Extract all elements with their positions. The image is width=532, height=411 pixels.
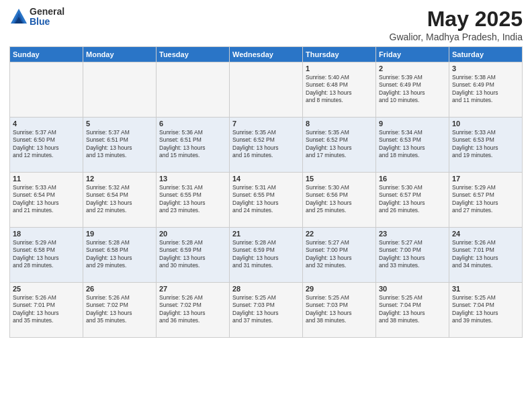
calendar-cell: 19Sunrise: 5:28 AM Sunset: 6:58 PM Dayli… [83,228,157,283]
weekday-header: Sunday [10,47,83,62]
day-info: Sunrise: 5:28 AM Sunset: 6:59 PM Dayligh… [159,239,226,270]
day-number: 18 [13,230,80,238]
calendar-cell: 5Sunrise: 5:37 AM Sunset: 6:51 PM Daylig… [83,118,157,173]
calendar-cell: 27Sunrise: 5:26 AM Sunset: 7:02 PM Dayli… [157,283,230,338]
day-info: Sunrise: 5:27 AM Sunset: 7:00 PM Dayligh… [306,239,373,270]
day-number: 4 [13,120,80,128]
day-number: 30 [379,285,446,293]
weekday-header: Monday [83,47,157,62]
day-number: 28 [232,285,300,293]
day-info: Sunrise: 5:30 AM Sunset: 6:57 PM Dayligh… [379,184,446,215]
day-number: 15 [306,175,373,183]
day-info: Sunrise: 5:29 AM Sunset: 6:57 PM Dayligh… [452,184,519,215]
day-info: Sunrise: 5:32 AM Sunset: 6:54 PM Dayligh… [86,184,153,215]
day-number: 12 [86,175,153,183]
day-info: Sunrise: 5:33 AM Sunset: 6:53 PM Dayligh… [452,129,519,160]
day-number: 21 [232,230,300,238]
calendar-week-row: 11Sunrise: 5:33 AM Sunset: 6:54 PM Dayli… [10,173,523,228]
day-number: 14 [232,175,300,183]
day-number: 26 [86,285,153,293]
day-number: 16 [379,175,446,183]
day-info: Sunrise: 5:25 AM Sunset: 7:03 PM Dayligh… [306,294,373,325]
calendar-cell: 7Sunrise: 5:35 AM Sunset: 6:52 PM Daylig… [230,118,303,173]
day-number: 19 [86,230,153,238]
logo-text: General Blue [30,7,64,28]
calendar-week-row: 4Sunrise: 5:37 AM Sunset: 6:50 PM Daylig… [10,118,523,173]
day-info: Sunrise: 5:31 AM Sunset: 6:55 PM Dayligh… [159,184,226,215]
day-info: Sunrise: 5:35 AM Sunset: 6:52 PM Dayligh… [232,129,300,160]
calendar-cell: 6Sunrise: 5:36 AM Sunset: 6:51 PM Daylig… [157,118,230,173]
day-info: Sunrise: 5:33 AM Sunset: 6:54 PM Dayligh… [13,184,80,215]
calendar-cell: 26Sunrise: 5:26 AM Sunset: 7:02 PM Dayli… [83,283,157,338]
calendar-cell [10,62,83,118]
calendar-cell: 18Sunrise: 5:29 AM Sunset: 6:58 PM Dayli… [10,228,83,283]
day-number: 11 [13,175,80,183]
calendar-cell: 3Sunrise: 5:38 AM Sunset: 6:49 PM Daylig… [449,62,523,118]
calendar-cell [157,62,230,118]
calendar-cell: 9Sunrise: 5:34 AM Sunset: 6:53 PM Daylig… [376,118,449,173]
calendar-cell: 20Sunrise: 5:28 AM Sunset: 6:59 PM Dayli… [157,228,230,283]
day-number: 22 [306,230,373,238]
day-number: 25 [13,285,80,293]
calendar-cell: 1Sunrise: 5:40 AM Sunset: 6:48 PM Daylig… [303,62,376,118]
day-number: 2 [379,64,446,73]
calendar-cell: 23Sunrise: 5:27 AM Sunset: 7:00 PM Dayli… [376,228,449,283]
day-number: 9 [379,120,446,128]
day-info: Sunrise: 5:26 AM Sunset: 7:01 PM Dayligh… [13,294,80,325]
day-info: Sunrise: 5:38 AM Sunset: 6:49 PM Dayligh… [452,74,519,105]
calendar-week-row: 1Sunrise: 5:40 AM Sunset: 6:48 PM Daylig… [10,62,523,118]
calendar-cell: 24Sunrise: 5:26 AM Sunset: 7:01 PM Dayli… [449,228,523,283]
day-info: Sunrise: 5:25 AM Sunset: 7:03 PM Dayligh… [232,294,300,325]
calendar-cell: 10Sunrise: 5:33 AM Sunset: 6:53 PM Dayli… [449,118,523,173]
calendar-table: SundayMondayTuesdayWednesdayThursdayFrid… [9,46,523,338]
logo-blue: Blue [30,17,64,27]
day-number: 5 [86,120,153,128]
day-info: Sunrise: 5:28 AM Sunset: 6:58 PM Dayligh… [86,239,153,270]
day-info: Sunrise: 5:26 AM Sunset: 7:01 PM Dayligh… [452,239,519,270]
calendar-cell: 15Sunrise: 5:30 AM Sunset: 6:56 PM Dayli… [303,173,376,228]
calendar-cell: 4Sunrise: 5:37 AM Sunset: 6:50 PM Daylig… [10,118,83,173]
day-number: 8 [306,120,373,128]
calendar-cell: 8Sunrise: 5:35 AM Sunset: 6:52 PM Daylig… [303,118,376,173]
calendar-cell [83,62,157,118]
header: General Blue May 2025 Gwalior, Madhya Pr… [9,7,523,42]
day-number: 7 [232,120,300,128]
calendar-cell: 11Sunrise: 5:33 AM Sunset: 6:54 PM Dayli… [10,173,83,228]
logo: General Blue [9,7,64,28]
day-info: Sunrise: 5:25 AM Sunset: 7:04 PM Dayligh… [452,294,519,325]
calendar-cell: 29Sunrise: 5:25 AM Sunset: 7:03 PM Dayli… [303,283,376,338]
day-number: 27 [159,285,226,293]
weekday-header: Thursday [303,47,376,62]
calendar-cell: 16Sunrise: 5:30 AM Sunset: 6:57 PM Dayli… [376,173,449,228]
day-info: Sunrise: 5:37 AM Sunset: 6:51 PM Dayligh… [86,129,153,160]
calendar-cell [230,62,303,118]
calendar-cell: 31Sunrise: 5:25 AM Sunset: 7:04 PM Dayli… [449,283,523,338]
logo-icon [9,7,28,26]
day-number: 20 [159,230,226,238]
day-number: 6 [159,120,226,128]
main-title: May 2025 [390,7,523,32]
calendar-cell: 14Sunrise: 5:31 AM Sunset: 6:55 PM Dayli… [230,173,303,228]
day-number: 13 [159,175,226,183]
day-info: Sunrise: 5:37 AM Sunset: 6:50 PM Dayligh… [13,129,80,160]
day-info: Sunrise: 5:34 AM Sunset: 6:53 PM Dayligh… [379,129,446,160]
day-number: 29 [306,285,373,293]
day-info: Sunrise: 5:27 AM Sunset: 7:00 PM Dayligh… [379,239,446,270]
day-info: Sunrise: 5:39 AM Sunset: 6:49 PM Dayligh… [379,74,446,105]
calendar-cell: 22Sunrise: 5:27 AM Sunset: 7:00 PM Dayli… [303,228,376,283]
calendar-cell: 12Sunrise: 5:32 AM Sunset: 6:54 PM Dayli… [83,173,157,228]
calendar-cell: 2Sunrise: 5:39 AM Sunset: 6:49 PM Daylig… [376,62,449,118]
day-number: 31 [452,285,519,293]
calendar-week-row: 25Sunrise: 5:26 AM Sunset: 7:01 PM Dayli… [10,283,523,338]
day-info: Sunrise: 5:36 AM Sunset: 6:51 PM Dayligh… [159,129,226,160]
day-info: Sunrise: 5:30 AM Sunset: 6:56 PM Dayligh… [306,184,373,215]
weekday-header: Saturday [449,47,523,62]
calendar-week-row: 18Sunrise: 5:29 AM Sunset: 6:58 PM Dayli… [10,228,523,283]
title-block: May 2025 Gwalior, Madhya Pradesh, India [390,7,523,42]
logo-general: General [30,7,64,17]
day-info: Sunrise: 5:25 AM Sunset: 7:04 PM Dayligh… [379,294,446,325]
day-number: 24 [452,230,519,238]
weekday-header: Wednesday [230,47,303,62]
day-info: Sunrise: 5:40 AM Sunset: 6:48 PM Dayligh… [306,74,373,105]
day-number: 10 [452,120,519,128]
